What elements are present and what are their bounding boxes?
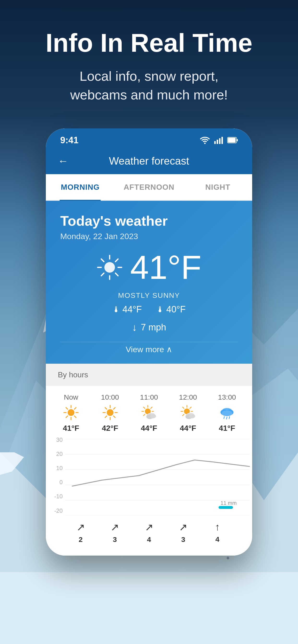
svg-line-62 [183,407,184,408]
hour-item-1300: 13:00 41°F [211,393,243,433]
tab-morning[interactable]: MORNING [46,174,115,200]
signal-icon [214,136,223,144]
y-label-20: 20 [53,451,63,457]
svg-line-35 [74,408,76,409]
y-label-10: 10 [53,465,63,472]
svg-line-52 [143,414,145,416]
svg-rect-9 [0,572,298,644]
temp-high-item: 🌡 44°F [112,304,142,314]
hero-subtitle: Local info, snow report,webcams and much… [46,67,252,104]
temp-high: 44°F [122,304,142,314]
wind-speed-1: 3 [113,536,117,544]
wind-item-2: ↗ 4 [133,521,165,544]
svg-line-64 [190,407,191,408]
svg-line-51 [143,407,145,408]
svg-rect-15 [221,137,223,144]
hour-label-1300: 13:00 [218,393,236,401]
app-title: Weather forecast [109,155,189,167]
svg-rect-14 [219,138,221,144]
temp-low: 40°F [166,304,186,314]
hour-item-now: Now 41°F [55,393,87,433]
svg-line-63 [183,414,184,416]
weather-temp-row: 41°F [60,250,238,284]
status-time: 9:41 [60,135,78,146]
svg-line-34 [74,416,76,418]
view-more-button[interactable]: View more ∧ [60,342,238,354]
svg-line-45 [105,416,107,418]
app-header: ← Weather forecast [46,150,252,174]
by-hours-header: By hours [46,364,252,386]
wifi-icon [200,136,210,144]
y-label-0: 0 [53,479,63,486]
svg-point-71 [222,410,232,416]
hour-label-1000: 10:00 [101,393,119,401]
temp-low-item: 🌡 40°F [156,304,186,314]
svg-line-33 [66,408,68,409]
svg-point-67 [189,414,195,418]
sun-icon-large [96,254,123,280]
svg-point-28 [68,409,74,416]
back-button[interactable]: ← [58,155,68,167]
battery-icon [227,137,238,143]
wind-speed-3: 3 [181,536,185,544]
hour-temp-1100: 44°F [141,424,157,433]
temperature-large: 41°F [130,250,201,284]
wind-item-0: ↗ 2 [65,521,96,544]
hours-row: Now 41°F [53,393,245,433]
y-label-30: 30 [53,436,63,443]
hour-temp-now: 41°F [63,424,79,433]
sun-icon-1000 [102,405,118,420]
wind-dir-3: ↗ [179,521,187,533]
wind-item-1: ↗ 3 [99,521,130,544]
today-weather-title: Today's weather [60,213,238,229]
hour-temp-1300: 41°F [219,424,235,433]
phone-mockup: 9:41 [46,128,252,556]
svg-line-36 [66,416,68,418]
rain-icon-1300 [219,405,235,420]
svg-line-74 [229,417,230,418]
svg-line-26 [115,259,118,262]
svg-rect-13 [217,140,218,144]
wind-dir-4: ↑ [215,521,220,533]
svg-rect-17 [237,139,238,141]
temperature-chart: 11 mm [65,439,250,516]
svg-line-53 [151,407,152,408]
tab-afternoon[interactable]: AFTERNOON [115,174,184,200]
svg-text:✦: ✦ [226,555,230,561]
wind-speed-2: 4 [147,536,151,544]
wind-dir-1: ↗ [111,521,119,533]
status-icons [200,136,238,144]
weather-card: Today's weather Monday, 22 Jan 2023 [46,201,252,364]
content-wrapper: Info In Real Time Local info, snow repor… [0,0,298,556]
phone-inner: 9:41 [46,128,252,556]
partly-sun-icon-1200 [180,405,196,420]
wind-item-3: ↗ 3 [168,521,199,544]
hour-item-1000: 10:00 42°F [95,393,126,433]
hour-label-1200: 12:00 [179,393,197,401]
svg-rect-18 [228,138,236,142]
svg-text:11 mm: 11 mm [221,500,237,506]
hero-title: Info In Real Time [31,29,267,57]
tabs-container: MORNING AFTERNOON NIGHT [46,174,252,201]
svg-line-24 [101,259,104,262]
status-bar: 9:41 [46,128,252,150]
partly-sun-icon-1100 [141,405,157,420]
tab-night[interactable]: NIGHT [183,174,252,200]
weather-condition: MOSTLY SUNNY [60,291,238,300]
weather-date: Monday, 22 Jan 2023 [60,232,238,241]
hour-label-1100: 11:00 [140,393,158,401]
wind-speed: 7 mph [141,322,166,332]
wind-dir-2: ↗ [145,521,153,533]
by-hours-label: By hours [58,370,88,379]
thermo-up-icon: 🌡 [112,305,120,314]
y-label-neg10: -10 [53,493,63,500]
wind-arrow-icon: ↓ [132,322,137,333]
svg-line-44 [113,408,115,409]
svg-rect-12 [214,141,216,144]
svg-line-42 [105,408,107,409]
sun-icon-now [63,405,79,420]
svg-point-37 [107,409,113,416]
wind-row: ↓ 7 mph [60,322,238,333]
svg-point-56 [150,414,156,418]
temp-range-row: 🌡 44°F 🌡 40°F [60,304,238,314]
